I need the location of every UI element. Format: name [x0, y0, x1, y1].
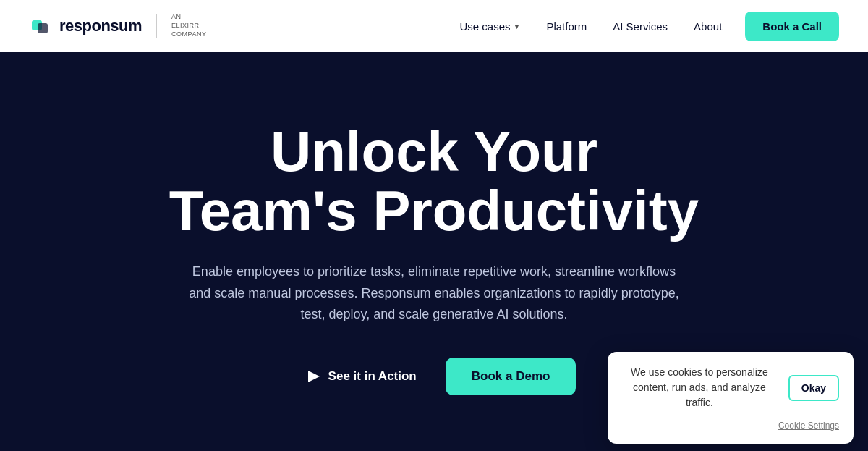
logo-text: responsum — [59, 17, 142, 35]
book-demo-button[interactable]: Book a Demo — [446, 358, 576, 395]
nav-item-platform[interactable]: Platform — [536, 14, 597, 38]
hero-actions: See it in Action Book a Demo — [292, 358, 576, 395]
nav-item-ai-services[interactable]: AI Services — [603, 14, 678, 38]
nav-item-use-cases[interactable]: Use cases ▼ — [449, 14, 530, 38]
nav-item-ai-services-label: AI Services — [613, 20, 668, 33]
book-call-button[interactable]: Book a Call — [745, 12, 839, 41]
nav-item-about-label: About — [694, 20, 722, 33]
elixirr-label: AN ELIXIRR COMPANY — [171, 13, 206, 38]
cookie-banner: We use cookies to personalize content, r… — [608, 352, 854, 444]
hero-subtitle: Enable employees to prioritize tasks, el… — [188, 261, 680, 326]
navbar-right: Use cases ▼ Platform AI Services About B… — [449, 12, 839, 41]
logo-divider — [156, 14, 157, 38]
logo[interactable]: responsum — [29, 14, 142, 38]
nav-item-platform-label: Platform — [546, 20, 587, 33]
navbar-left: responsum AN ELIXIRR COMPANY — [29, 13, 206, 38]
nav-item-about[interactable]: About — [684, 14, 732, 38]
svg-rect-1 — [38, 23, 48, 33]
see-in-action-button[interactable]: See it in Action — [292, 359, 431, 394]
cookie-okay-button[interactable]: Okay — [788, 375, 839, 401]
cookie-message: We use cookies to personalize content, r… — [622, 365, 777, 410]
hero-title: Unlock Your Team's Productivity — [169, 122, 699, 241]
cookie-content: We use cookies to personalize content, r… — [622, 365, 839, 410]
cookie-settings-link[interactable]: Cookie Settings — [622, 421, 839, 431]
navbar: responsum AN ELIXIRR COMPANY Use cases ▼… — [0, 0, 868, 52]
see-in-action-label: See it in Action — [328, 369, 417, 384]
nav-item-use-cases-label: Use cases — [459, 20, 510, 33]
play-icon — [307, 369, 321, 384]
chevron-down-icon: ▼ — [513, 22, 520, 30]
logo-icon — [29, 14, 52, 38]
hero-section: Unlock Your Team's Productivity Enable e… — [0, 52, 868, 451]
